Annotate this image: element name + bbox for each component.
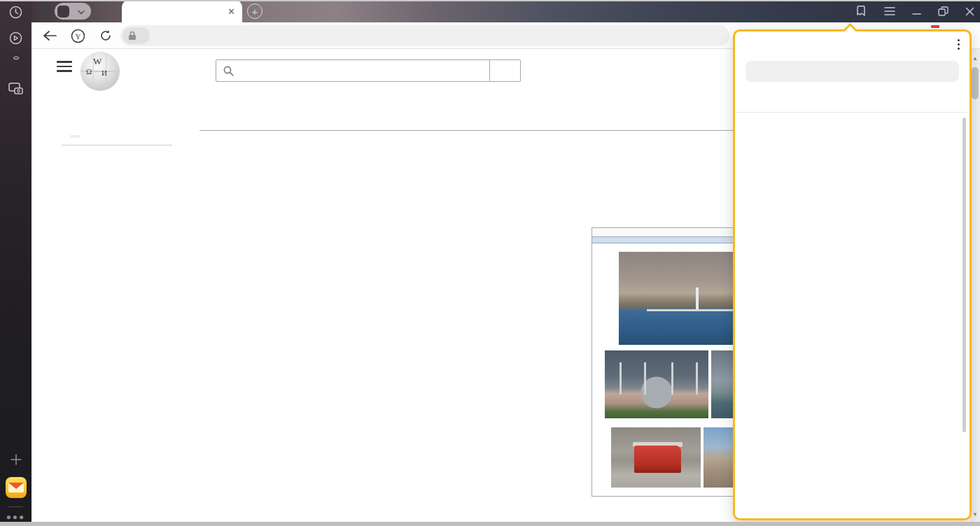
tab-group-filmler[interactable] <box>55 3 91 20</box>
yandex-button-icon[interactable]: Y <box>65 22 90 49</box>
favorites-tabs <box>735 85 969 113</box>
screenshot-icon[interactable] <box>0 83 31 94</box>
rail-divider <box>8 506 23 507</box>
yandex-mail-icon[interactable] <box>0 477 31 498</box>
svg-text:Y: Y <box>75 31 80 40</box>
tab-close-icon[interactable]: ✕ <box>227 6 235 17</box>
tab-bar: ✕ + <box>31 0 980 22</box>
wiki-search-input[interactable] <box>239 65 489 76</box>
history-icon[interactable] <box>0 6 31 19</box>
minimize-icon[interactable] <box>912 7 921 16</box>
menu-icon[interactable] <box>884 7 895 15</box>
add-panel-icon[interactable] <box>0 453 31 466</box>
favorites-search-input[interactable] <box>746 66 959 77</box>
restore-window-icon[interactable] <box>938 6 948 17</box>
title-divider <box>200 130 826 131</box>
group-count <box>57 6 69 17</box>
kebab-menu-icon[interactable] <box>958 39 960 50</box>
close-window-icon[interactable] <box>965 7 974 16</box>
window-controls <box>855 0 974 22</box>
back-icon[interactable] <box>37 22 62 49</box>
favorites-panel <box>733 29 972 520</box>
tram-photo[interactable] <box>611 427 701 488</box>
refresh-icon[interactable] <box>93 22 118 49</box>
new-tab-button[interactable]: + <box>247 3 262 19</box>
favorites-search-box[interactable] <box>746 61 959 82</box>
scrollbar-thumb[interactable] <box>972 67 979 99</box>
lock-icon <box>128 31 136 41</box>
tab-counter-badge[interactable] <box>0 57 31 59</box>
search-icon <box>223 66 234 76</box>
bookmarks-panel-icon[interactable] <box>855 5 867 17</box>
download-indicator <box>931 25 939 28</box>
toc-divider <box>62 145 172 145</box>
window-top-edge <box>0 0 980 1</box>
wiki-hamburger-icon[interactable] <box>57 61 72 72</box>
browser-side-rail: ●●● <box>0 0 31 522</box>
tab-counter-value <box>13 57 19 59</box>
play-media-icon[interactable] <box>0 31 31 45</box>
toc-hide-button[interactable] <box>70 135 80 138</box>
address-bar[interactable] <box>120 25 729 46</box>
table-of-contents <box>62 135 188 151</box>
wikipedia-globe-logo[interactable]: W Ω И <box>80 52 120 91</box>
panel-scrollbar-thumb[interactable] <box>962 118 966 432</box>
scroll-up-icon[interactable]: ▲ <box>970 53 980 63</box>
rail-more-icon[interactable]: ●●● <box>0 512 31 522</box>
wiki-search-button[interactable] <box>489 59 521 82</box>
scroll-down-icon[interactable]: ▼ <box>970 509 980 519</box>
tab-group-badge[interactable] <box>37 4 51 18</box>
active-tab[interactable]: ✕ <box>122 0 242 22</box>
chevron-down-icon <box>78 5 85 17</box>
wiki-search-box[interactable] <box>216 59 490 82</box>
window-bottom-edge <box>0 522 980 526</box>
browser-window: ●●● ✕ + <box>0 0 980 526</box>
site-origin-chip[interactable] <box>122 27 150 44</box>
ayasofya-photo[interactable] <box>605 350 708 418</box>
page-scrollbar[interactable]: ▲ ▼ <box>970 49 980 522</box>
